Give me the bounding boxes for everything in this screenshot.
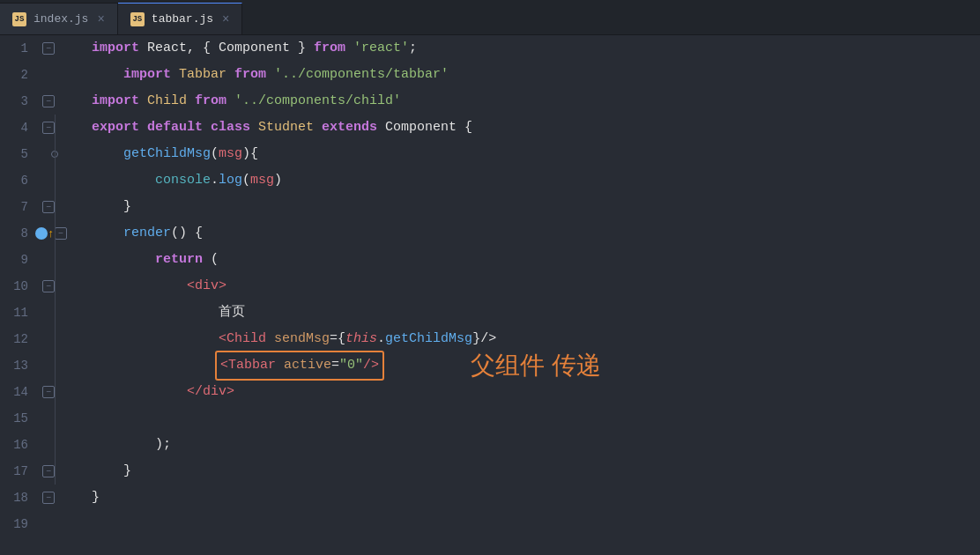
gutter-line-17: − [35, 458, 88, 485]
line-num-13: 13 [0, 352, 28, 379]
code-line-12: <Child sendMsg={this.getChildMsg}/> [92, 326, 980, 352]
editor: 1 2 3 4 5 6 7 8 9 10 11 12 13 14 15 16 1… [0, 35, 980, 555]
gutter-line-5 [35, 141, 88, 167]
line-num-17: 17 [0, 458, 28, 485]
tab-close-tabbar-js[interactable]: × [222, 13, 229, 26]
gutter-line-10: − [35, 273, 88, 300]
fold-btn-10[interactable]: − [42, 280, 55, 292]
line-num-15: 15 [0, 405, 28, 432]
line-num-9: 9 [0, 247, 28, 273]
gutter-line-6 [35, 167, 88, 194]
highlighted-tabbar: <Tabbar active="0"/> [215, 351, 384, 381]
gutter-line-18: − [35, 485, 88, 511]
tab-label-index-js: index.js [33, 12, 88, 26]
line-num-1: 1 [0, 35, 28, 62]
code-area: 1 2 3 4 5 6 7 8 9 10 11 12 13 14 15 16 1… [0, 35, 980, 555]
line-numbers: 1 2 3 4 5 6 7 8 9 10 11 12 13 14 15 16 1… [0, 35, 35, 555]
gutter-line-14: − [35, 379, 88, 405]
gutter-line-4: − [35, 115, 88, 141]
line-num-18: 18 [0, 485, 28, 511]
gutter-line-16 [35, 432, 88, 458]
code-line-19 [92, 511, 980, 537]
annotation-text: 父组件 传递 [471, 352, 601, 379]
line-num-11: 11 [0, 300, 28, 326]
gutter-line-15 [35, 405, 88, 432]
code-line-14: </div> [92, 379, 980, 405]
line-num-7: 7 [0, 194, 28, 220]
line-num-12: 12 [0, 326, 28, 352]
gutter-line-2 [35, 62, 88, 88]
line-num-4: 4 [0, 115, 28, 141]
code-line-15: 父组件 传递 [92, 405, 980, 432]
vert-line-6 [55, 167, 56, 194]
code-line-9: return ( [92, 247, 980, 273]
fold-btn-7[interactable]: − [42, 201, 55, 213]
gutter-line-9 [35, 247, 88, 273]
vert-line-7 [55, 194, 56, 220]
code-lines: import React, { Component } from 'react'… [88, 35, 980, 555]
tab-index-js[interactable]: JS index.js × [0, 3, 118, 34]
line-num-16: 16 [0, 432, 28, 458]
tab-bar: JS index.js × JS tabbar.js × [0, 0, 980, 35]
fold-btn-17[interactable]: − [42, 465, 55, 477]
code-line-11: 首页 [92, 300, 980, 326]
code-line-10: <div> [92, 273, 980, 300]
line-num-6: 6 [0, 167, 28, 194]
fold-btn-4[interactable]: − [42, 122, 55, 134]
tab-label-tabbar-js: tabbar.js [152, 12, 213, 26]
code-line-5: getChildMsg(msg){ [92, 141, 980, 167]
fold-btn-14[interactable]: − [42, 386, 55, 398]
debug-dot-8 [35, 227, 48, 240]
line-num-8: 8 [0, 220, 28, 247]
gutter-line-7: − [35, 194, 88, 220]
fold-btn-18[interactable]: − [42, 492, 55, 504]
gutter-line-1: − [35, 35, 88, 62]
tab-close-index-js[interactable]: × [97, 13, 104, 26]
code-line-18: } [92, 485, 980, 511]
line-num-2: 2 [0, 62, 28, 88]
code-line-6: console.log(msg) [92, 167, 980, 194]
code-line-2: import Tabbar from '../components/tabbar… [92, 62, 980, 88]
tab-tabbar-js[interactable]: JS tabbar.js × [118, 3, 243, 34]
line-num-5: 5 [0, 141, 28, 167]
vert-line-5 [55, 141, 56, 167]
vert-line-8 [55, 220, 56, 247]
tab-icon-index-js: JS [12, 12, 26, 26]
code-line-16: ); [92, 432, 980, 458]
line-num-3: 3 [0, 88, 28, 115]
line-num-10: 10 [0, 273, 28, 300]
gutter-line-3: − [35, 88, 88, 115]
line-num-19: 19 [0, 511, 28, 537]
vert-line-4 [55, 115, 56, 141]
code-line-3: import Child from '../components/child' [92, 88, 980, 115]
gutter-line-12 [35, 326, 88, 352]
arrow-up-8: ↑ [48, 227, 55, 240]
line-num-14: 14 [0, 379, 28, 405]
code-line-7: } [92, 194, 980, 220]
gutter-line-11 [35, 300, 88, 326]
gutter-line-13 [35, 352, 88, 379]
code-line-17: } [92, 458, 980, 485]
gutter-line-19 [35, 511, 88, 537]
code-line-8: render() { [92, 220, 980, 247]
code-line-4: export default class Studnet extends Com… [92, 115, 980, 141]
gutter-line-8: ↑ − [35, 220, 88, 247]
tab-icon-tabbar-js: JS [130, 12, 145, 26]
gutter: − − − − [35, 35, 88, 555]
fold-btn-1[interactable]: − [42, 42, 55, 55]
fold-btn-8[interactable]: − [55, 227, 67, 240]
fold-btn-3[interactable]: − [42, 95, 55, 107]
code-line-1: import React, { Component } from 'react'… [92, 35, 980, 62]
